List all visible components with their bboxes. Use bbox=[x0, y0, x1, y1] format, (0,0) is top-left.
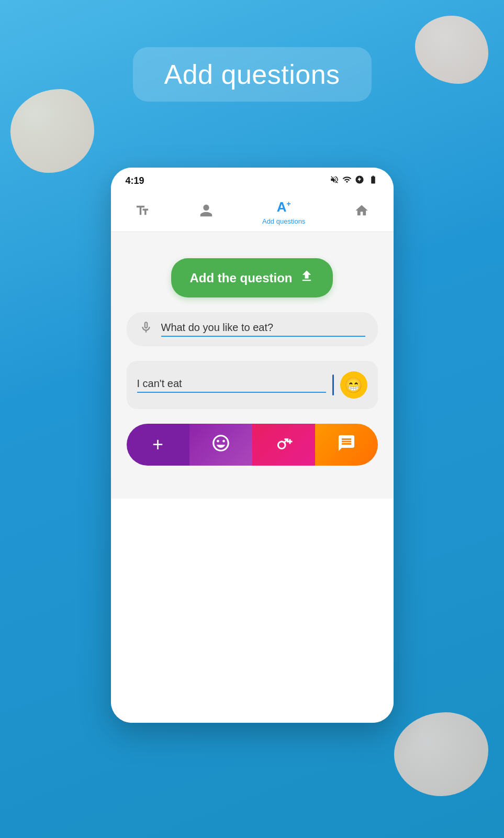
title-card: Add questions bbox=[132, 47, 371, 102]
nav-bar: A+ Add questions bbox=[111, 192, 394, 232]
gender-button[interactable] bbox=[252, 424, 315, 466]
answer-input[interactable] bbox=[137, 378, 326, 393]
mic-icon bbox=[139, 321, 153, 338]
phone-bottom-space bbox=[111, 499, 394, 723]
add-question-label: Add the question bbox=[190, 271, 293, 285]
blob-bottom-right bbox=[394, 712, 488, 796]
phone-content: Add the question 😁 + bbox=[111, 232, 394, 499]
gender-icon bbox=[274, 434, 293, 456]
nav-item-text[interactable] bbox=[129, 201, 156, 224]
status-icons bbox=[330, 175, 379, 186]
phone-mockup: 4:19 bbox=[111, 168, 394, 723]
status-time: 4:19 bbox=[126, 175, 144, 186]
add-question-button[interactable]: Add the question bbox=[171, 258, 333, 297]
nav-label-add-questions: Add questions bbox=[262, 217, 305, 225]
question-input-row bbox=[127, 312, 378, 346]
nav-item-home[interactable] bbox=[348, 201, 375, 224]
battery-icon bbox=[367, 175, 379, 186]
profile-icon bbox=[199, 203, 214, 222]
answer-input-row: 😁 bbox=[127, 361, 378, 409]
question-input[interactable] bbox=[161, 322, 365, 337]
action-bar: + bbox=[127, 424, 378, 466]
home-icon bbox=[354, 203, 369, 222]
mute-icon bbox=[330, 175, 339, 186]
text-cursor bbox=[332, 374, 334, 395]
chat-button[interactable] bbox=[315, 424, 378, 466]
add-action-button[interactable]: + bbox=[127, 424, 189, 466]
blob-top-right bbox=[415, 16, 488, 84]
emoji-face-icon bbox=[211, 433, 231, 457]
upload-icon bbox=[299, 269, 314, 287]
emoji-face-button[interactable] bbox=[189, 424, 252, 466]
page-title: Add questions bbox=[164, 59, 340, 90]
nav-item-add-questions[interactable]: A+ Add questions bbox=[256, 197, 311, 227]
emoji-button[interactable]: 😁 bbox=[340, 371, 367, 399]
add-questions-icon: A+ bbox=[277, 199, 291, 215]
grinning-emoji: 😁 bbox=[344, 377, 363, 394]
chat-icon bbox=[337, 434, 356, 456]
text-format-icon bbox=[135, 203, 150, 222]
blob-top-left bbox=[10, 89, 94, 173]
plus-icon: + bbox=[152, 434, 163, 456]
blocked-icon bbox=[355, 175, 364, 186]
status-bar: 4:19 bbox=[111, 168, 394, 192]
nav-item-profile[interactable] bbox=[193, 201, 220, 224]
wifi-icon bbox=[342, 175, 352, 186]
